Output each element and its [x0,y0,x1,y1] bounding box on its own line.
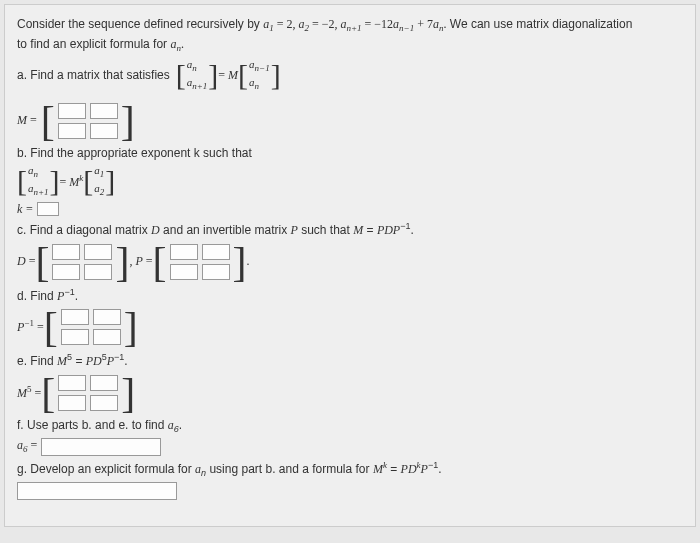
D-P-equals: D = [ ] , P = [ ] . [17,241,683,283]
D-21[interactable] [52,264,80,280]
part-c-text: c. Find a diagonal matrix D and an inver… [17,223,414,237]
M-12[interactable] [90,103,118,119]
part-b-eq: [ an an+1 ] = Mk [ a1 a2 ] [17,163,683,199]
eq-M: = M [218,68,238,84]
M-eq-label: M = [17,113,37,129]
part-a-prompt: a. Find a matrix that satisfies [ an an+… [17,57,683,93]
intro-line2: to find an explicit formula for an. [17,37,683,55]
P-11[interactable] [170,244,198,260]
P-matrix: [ ] [153,241,247,283]
Pinv-eq-label: P−1 = [17,318,44,336]
M5-eq-label: M5 = [17,384,41,402]
D-12[interactable] [84,244,112,260]
M5-equals: M5 = [ ] [17,372,683,414]
Pinv-11[interactable] [61,309,89,325]
Pinv-12[interactable] [93,309,121,325]
a6-input[interactable] [41,438,161,456]
D-22[interactable] [84,264,112,280]
a6-eq-label: a6 = [17,438,37,456]
M5-21[interactable] [58,395,86,411]
g-input-row [17,482,683,500]
M5-11[interactable] [58,375,86,391]
Pinv-21[interactable] [61,329,89,345]
k-input[interactable] [37,202,59,216]
part-b-label: b. Find the appropriate exponent k such … [17,146,683,162]
D-matrix: [ ] [35,241,129,283]
P-21[interactable] [170,264,198,280]
part-a-label: a. Find a matrix that satisfies [17,68,170,84]
part-g-label: g. Develop an explicit formula for an us… [17,460,683,480]
D-11[interactable] [52,244,80,260]
Pinv-equals: P−1 = [ ] [17,306,683,348]
D-eq-label: D = [17,254,35,270]
intro-text-3: to find an explicit formula for [17,37,170,51]
part-c-label: c. Find a diagonal matrix D and an inver… [17,221,683,239]
period-c: . [247,254,250,270]
M-matrix: [ ] [41,100,135,142]
P-22[interactable] [202,264,230,280]
M-22[interactable] [90,123,118,139]
part-e-label: e. Find M5 = PD5P−1. [17,352,683,370]
recursive-def: a1 = 2, a2 = −2, an+1 = −12an−1 + 7an. [263,17,446,31]
Pinv-22[interactable] [93,329,121,345]
a6-equals: a6 = [17,438,683,456]
intro-text-1: Consider the sequence defined recursivel… [17,17,263,31]
M-21[interactable] [58,123,86,139]
intro-text-2: We can use matrix diagonalization [450,17,633,31]
problem-page: { "problem": { "intro_p1": "Consider the… [4,4,696,527]
M5-12[interactable] [90,375,118,391]
k-eq-label: k = [17,202,33,218]
M5-22[interactable] [90,395,118,411]
M-equals: M = [ ] [17,100,683,142]
part-d-label: d. Find P−1. [17,287,683,305]
vec-an-1: [ an−1 an ] [238,57,281,93]
g-input[interactable] [17,482,177,500]
k-equals: k = [17,202,683,218]
M5-matrix: [ ] [41,372,135,414]
Mk: = Mk [60,173,84,191]
part-f-label: f. Use parts b. and e. to find a6. [17,418,683,436]
vec-an: [ an an+1 ] [176,57,219,93]
M-11[interactable] [58,103,86,119]
vec-a12: [ a1 a2 ] [83,163,115,199]
P-12[interactable] [202,244,230,260]
vec-an-b: [ an an+1 ] [17,163,60,199]
intro-line1: Consider the sequence defined recursivel… [17,17,683,35]
comma-P: , P = [129,254,152,270]
an-symbol: an. [170,37,184,51]
Pinv-matrix: [ ] [44,306,138,348]
